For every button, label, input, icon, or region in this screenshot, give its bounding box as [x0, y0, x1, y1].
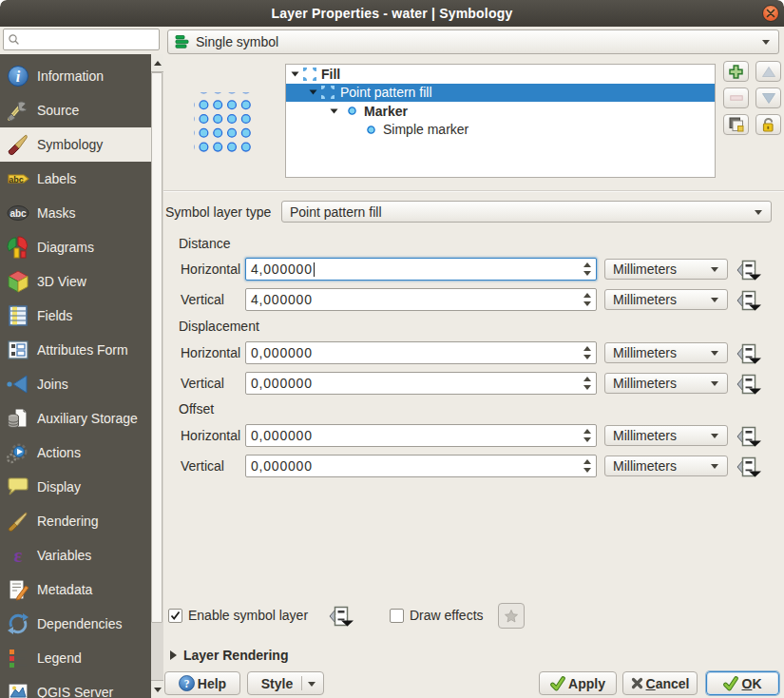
- tree-row-marker[interactable]: Marker: [286, 102, 715, 121]
- offset-horizontal-override-button[interactable]: [736, 426, 762, 447]
- sidebar-item-labels[interactable]: abc Labels: [0, 162, 151, 196]
- spin-up-icon[interactable]: [583, 459, 591, 464]
- spin-arrows[interactable]: [583, 425, 592, 446]
- expand-arrow-icon[interactable]: [330, 108, 338, 114]
- scrollbar-down-button[interactable]: [151, 680, 163, 698]
- lock-color-button[interactable]: [755, 114, 781, 135]
- tree-label: Point pattern fill: [340, 85, 432, 100]
- move-down-button[interactable]: [755, 87, 781, 108]
- expand-arrow-icon[interactable]: [309, 89, 317, 95]
- spin-down-icon[interactable]: [583, 385, 591, 390]
- duplicate-symbol-layer-button[interactable]: [723, 114, 749, 135]
- sidebar-item-auxiliary-storage[interactable]: Auxiliary Storage: [0, 401, 151, 436]
- sidebar-item-qgis-server[interactable]: QGIS Server: [0, 675, 151, 698]
- sidebar-item-rendering[interactable]: Rendering: [0, 504, 151, 538]
- sidebar-item-dependencies[interactable]: Dependencies: [0, 607, 151, 641]
- move-up-button[interactable]: [755, 61, 781, 82]
- layer-rendering-label[interactable]: Layer Rendering: [183, 646, 288, 665]
- distance-horizontal-input[interactable]: 4,000000: [245, 258, 597, 281]
- search-input[interactable]: [23, 31, 159, 48]
- sidebar-item-attributes-form[interactable]: Attributes Form: [0, 333, 151, 367]
- tree-row-point-pattern-fill[interactable]: Point pattern fill: [286, 84, 715, 103]
- draw-effects-options-button[interactable]: [498, 603, 525, 629]
- remove-symbol-layer-button[interactable]: [723, 87, 749, 108]
- spin-down-icon[interactable]: [583, 355, 591, 359]
- sidebar-item-joins[interactable]: Joins: [0, 367, 151, 401]
- sidebar-item-source[interactable]: Source: [0, 93, 151, 127]
- distance-vertical-unit-combo[interactable]: Millimeters: [604, 289, 728, 310]
- distance-vertical-override-button[interactable]: [736, 290, 762, 311]
- offset-vertical-input[interactable]: 0,000000: [245, 455, 597, 477]
- spin-up-icon[interactable]: [583, 293, 591, 298]
- sidebar-item-legend[interactable]: Legend: [0, 641, 151, 675]
- displacement-section-label: Displacement: [179, 315, 259, 338]
- spin-up-icon[interactable]: [583, 429, 591, 434]
- scrollbar-thumb[interactable]: [151, 72, 163, 623]
- sidebar-item-label: 3D View: [37, 274, 86, 289]
- spin-arrows[interactable]: [583, 342, 592, 363]
- sidebar-item-variables[interactable]: ε Variables: [0, 538, 151, 572]
- symbol-layer-type-combo[interactable]: Point pattern fill: [281, 201, 772, 223]
- spin-arrows[interactable]: [583, 456, 592, 476]
- spin-down-icon[interactable]: [583, 468, 591, 473]
- ok-button[interactable]: OK: [706, 671, 779, 695]
- single-symbol-icon: [175, 35, 189, 48]
- distance-vertical-input[interactable]: 4,000000: [245, 288, 597, 311]
- style-button[interactable]: Style: [247, 671, 324, 695]
- expand-arrow-icon[interactable]: [291, 71, 299, 77]
- enable-symbol-layer-override-button[interactable]: [328, 606, 354, 627]
- sidebar-item-metadata[interactable]: Metadata: [0, 572, 151, 607]
- cancel-button[interactable]: Cancel: [622, 671, 698, 695]
- renderer-combo[interactable]: Single symbol: [167, 29, 779, 54]
- displacement-vertical-unit-combo[interactable]: Millimeters: [604, 373, 728, 394]
- add-symbol-layer-button[interactable]: [723, 61, 749, 82]
- displacement-horizontal-input[interactable]: 0,000000: [245, 341, 597, 364]
- sidebar-item-information[interactable]: i Information: [0, 59, 151, 93]
- help-button[interactable]: ? Help: [164, 671, 240, 695]
- spin-down-icon[interactable]: [583, 301, 591, 306]
- apply-button[interactable]: Apply: [539, 671, 617, 695]
- sidebar-item-symbology[interactable]: Symbology: [0, 127, 151, 162]
- data-defined-override-icon: [328, 606, 354, 627]
- pattern-fill-icon: [303, 68, 316, 81]
- sidebar-item-3d-view[interactable]: 3D View: [0, 264, 151, 299]
- data-defined-override-icon: [736, 426, 762, 447]
- sidebar-item-masks[interactable]: abc Masks: [0, 196, 151, 230]
- spin-arrows[interactable]: [583, 289, 592, 310]
- spin-arrows[interactable]: [583, 373, 592, 394]
- sidebar-item-fields[interactable]: Fields: [0, 299, 151, 333]
- displacement-vertical-input[interactable]: 0,000000: [245, 372, 597, 395]
- distance-horizontal-override-button[interactable]: [736, 260, 762, 281]
- draw-effects-checkbox[interactable]: [390, 609, 404, 623]
- enable-symbol-layer-checkbox[interactable]: [168, 609, 182, 623]
- spinbox-value: 4,000000: [251, 259, 313, 280]
- marker-icon: [348, 107, 356, 115]
- close-button[interactable]: [762, 5, 779, 22]
- star-icon: [504, 609, 519, 624]
- displacement-horizontal-override-button[interactable]: [736, 343, 762, 364]
- distance-horizontal-unit-combo[interactable]: Millimeters: [604, 259, 728, 280]
- spin-down-icon[interactable]: [583, 271, 591, 276]
- tree-row-simple-marker[interactable]: Simple marker: [286, 121, 715, 140]
- sidebar-item-diagrams[interactable]: Diagrams: [0, 230, 151, 264]
- displacement-horizontal-unit-combo[interactable]: Millimeters: [604, 342, 728, 363]
- spin-up-icon[interactable]: [583, 262, 591, 267]
- offset-horizontal-input[interactable]: 0,000000: [245, 424, 597, 447]
- qgis-server-icon: [6, 680, 30, 698]
- tree-label: Fill: [321, 67, 340, 82]
- spin-up-icon[interactable]: [583, 346, 591, 351]
- spin-down-icon[interactable]: [583, 437, 591, 442]
- attributes-form-icon: [6, 338, 30, 362]
- sidebar-item-actions[interactable]: Actions: [0, 436, 151, 470]
- spin-up-icon[interactable]: [583, 377, 591, 381]
- sidebar-item-display[interactable]: Display: [0, 470, 151, 504]
- offset-horizontal-unit-combo[interactable]: Millimeters: [604, 425, 728, 446]
- scrollbar-up-button[interactable]: [151, 54, 163, 72]
- spin-arrows[interactable]: [583, 259, 592, 280]
- displacement-vertical-override-button[interactable]: [736, 374, 762, 395]
- layer-rendering-expander-icon[interactable]: [170, 650, 177, 660]
- offset-vertical-unit-combo[interactable]: Millimeters: [604, 456, 728, 476]
- offset-vertical-override-button[interactable]: [736, 456, 762, 477]
- sidebar-item-label: Variables: [37, 548, 91, 563]
- tree-row-fill[interactable]: Fill: [286, 65, 715, 84]
